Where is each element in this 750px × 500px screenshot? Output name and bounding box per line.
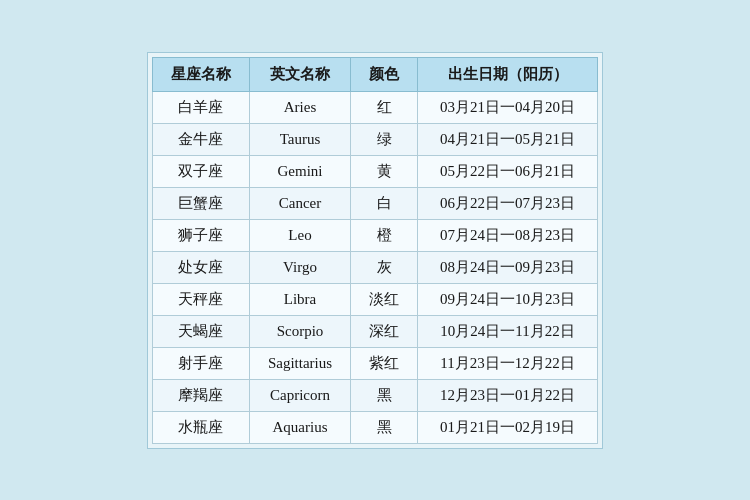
cell-date: 12月23日一01月22日 — [418, 379, 598, 411]
header-color: 颜色 — [351, 57, 418, 91]
header-date: 出生日期（阳历） — [418, 57, 598, 91]
cell-chinese: 巨蟹座 — [152, 187, 249, 219]
cell-english: Taurus — [249, 123, 350, 155]
cell-date: 01月21日一02月19日 — [418, 411, 598, 443]
table-row: 摩羯座Capricorn黑12月23日一01月22日 — [152, 379, 597, 411]
table-row: 水瓶座Aquarius黑01月21日一02月19日 — [152, 411, 597, 443]
cell-color: 黄 — [351, 155, 418, 187]
cell-english: Aquarius — [249, 411, 350, 443]
cell-date: 10月24日一11月22日 — [418, 315, 598, 347]
cell-color: 黑 — [351, 379, 418, 411]
table-row: 巨蟹座Cancer白06月22日一07月23日 — [152, 187, 597, 219]
cell-english: Virgo — [249, 251, 350, 283]
cell-english: Scorpio — [249, 315, 350, 347]
cell-date: 06月22日一07月23日 — [418, 187, 598, 219]
cell-color: 淡红 — [351, 283, 418, 315]
cell-chinese: 金牛座 — [152, 123, 249, 155]
header-english: 英文名称 — [249, 57, 350, 91]
table-row: 狮子座Leo橙07月24日一08月23日 — [152, 219, 597, 251]
cell-date: 04月21日一05月21日 — [418, 123, 598, 155]
cell-color: 紫红 — [351, 347, 418, 379]
cell-english: Leo — [249, 219, 350, 251]
cell-chinese: 射手座 — [152, 347, 249, 379]
cell-english: Gemini — [249, 155, 350, 187]
cell-english: Libra — [249, 283, 350, 315]
cell-date: 11月23日一12月22日 — [418, 347, 598, 379]
cell-chinese: 双子座 — [152, 155, 249, 187]
cell-english: Cancer — [249, 187, 350, 219]
cell-color: 深红 — [351, 315, 418, 347]
table-body: 白羊座Aries红03月21日一04月20日金牛座Taurus绿04月21日一0… — [152, 91, 597, 443]
cell-chinese: 狮子座 — [152, 219, 249, 251]
cell-color: 白 — [351, 187, 418, 219]
cell-chinese: 水瓶座 — [152, 411, 249, 443]
cell-date: 05月22日一06月21日 — [418, 155, 598, 187]
cell-date: 08月24日一09月23日 — [418, 251, 598, 283]
cell-color: 绿 — [351, 123, 418, 155]
cell-date: 09月24日一10月23日 — [418, 283, 598, 315]
cell-color: 灰 — [351, 251, 418, 283]
cell-english: Capricorn — [249, 379, 350, 411]
table-row: 射手座Sagittarius紫红11月23日一12月22日 — [152, 347, 597, 379]
zodiac-table: 星座名称 英文名称 颜色 出生日期（阳历） 白羊座Aries红03月21日一04… — [152, 57, 598, 444]
cell-chinese: 处女座 — [152, 251, 249, 283]
table-row: 天蝎座Scorpio深红10月24日一11月22日 — [152, 315, 597, 347]
table-row: 白羊座Aries红03月21日一04月20日 — [152, 91, 597, 123]
table-row: 天秤座Libra淡红09月24日一10月23日 — [152, 283, 597, 315]
table-row: 金牛座Taurus绿04月21日一05月21日 — [152, 123, 597, 155]
cell-chinese: 天秤座 — [152, 283, 249, 315]
header-chinese: 星座名称 — [152, 57, 249, 91]
cell-english: Aries — [249, 91, 350, 123]
cell-color: 黑 — [351, 411, 418, 443]
cell-chinese: 白羊座 — [152, 91, 249, 123]
cell-english: Sagittarius — [249, 347, 350, 379]
cell-chinese: 摩羯座 — [152, 379, 249, 411]
cell-color: 橙 — [351, 219, 418, 251]
table-row: 双子座Gemini黄05月22日一06月21日 — [152, 155, 597, 187]
table-row: 处女座Virgo灰08月24日一09月23日 — [152, 251, 597, 283]
cell-date: 03月21日一04月20日 — [418, 91, 598, 123]
cell-color: 红 — [351, 91, 418, 123]
cell-chinese: 天蝎座 — [152, 315, 249, 347]
table-header-row: 星座名称 英文名称 颜色 出生日期（阳历） — [152, 57, 597, 91]
cell-date: 07月24日一08月23日 — [418, 219, 598, 251]
zodiac-table-wrapper: 星座名称 英文名称 颜色 出生日期（阳历） 白羊座Aries红03月21日一04… — [147, 52, 603, 449]
